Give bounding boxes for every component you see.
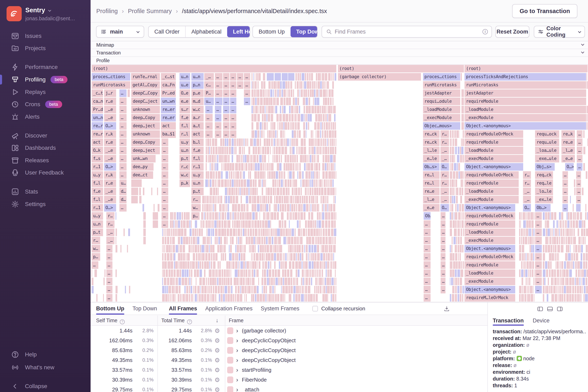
flame-cell[interactable] [298, 204, 301, 212]
flame-cell[interactable] [546, 270, 548, 277]
flame-cell[interactable] [293, 278, 294, 285]
flame-cell[interactable]: c… [204, 81, 214, 89]
flame-cell[interactable] [281, 212, 284, 220]
flame-cell[interactable]: (garbage collector) [338, 73, 421, 80]
flame-cell[interactable] [131, 180, 142, 187]
flame-cell[interactable] [575, 294, 576, 302]
flame-cell[interactable] [321, 188, 323, 195]
flame-cell[interactable] [311, 130, 312, 138]
flame-cell[interactable] [283, 228, 285, 236]
flame-cell[interactable] [212, 245, 215, 252]
flame-cell[interactable] [311, 171, 312, 179]
sidebar-item-projects[interactable]: Projects [0, 42, 91, 54]
flame-cell[interactable] [256, 270, 256, 277]
tab-bottom-up[interactable]: Bottom Up [96, 302, 124, 315]
flame-cell[interactable] [210, 294, 211, 302]
flame-cell[interactable] [219, 278, 221, 285]
flame-cell[interactable] [454, 228, 457, 236]
flame-cell[interactable] [586, 286, 588, 294]
flame-cell[interactable] [285, 253, 287, 261]
flame-cell[interactable] [557, 245, 560, 252]
flame-cell[interactable] [276, 138, 277, 146]
flame-cell[interactable] [227, 270, 229, 277]
flame-cell[interactable] [321, 245, 321, 252]
flame-cell[interactable] [234, 278, 236, 285]
flame-cell[interactable] [221, 253, 222, 261]
flame-cell[interactable] [115, 294, 117, 302]
flame-cell[interactable] [269, 98, 270, 105]
flame-cell[interactable] [519, 253, 521, 261]
flame-cell[interactable] [333, 163, 334, 171]
flame-cell[interactable] [250, 138, 253, 146]
flame-cell[interactable] [181, 220, 183, 228]
flame-cell[interactable] [579, 294, 580, 302]
flame-cell[interactable] [571, 237, 572, 244]
flame-cell[interactable] [173, 294, 175, 302]
flame-cell[interactable] [280, 122, 281, 130]
flame-cell[interactable] [226, 171, 228, 179]
flame-cell[interactable] [296, 245, 298, 252]
flame-cell[interactable] [568, 253, 571, 261]
flame-cell[interactable] [525, 212, 526, 220]
expand-chevron-icon[interactable]: › [236, 336, 238, 345]
flame-cell[interactable] [453, 171, 455, 179]
flame-cell[interactable] [295, 278, 296, 285]
flame-cell[interactable] [311, 212, 313, 220]
flame-cell[interactable] [235, 147, 237, 154]
flame-cell[interactable]: runTe…rnal [131, 73, 160, 80]
flame-cell[interactable] [272, 237, 273, 244]
flame-cell[interactable] [279, 114, 282, 122]
flame-cell[interactable] [303, 122, 305, 130]
table-row[interactable]: 29.75ms0.1%29.75ms0.1%⚙›_attach [91, 385, 487, 392]
flame-cell[interactable] [209, 237, 210, 244]
flame-cell[interactable] [234, 212, 237, 220]
flame-cell[interactable] [190, 228, 192, 236]
flame-cell[interactable] [334, 220, 336, 228]
flame-cell[interactable] [318, 204, 319, 212]
flame-cell[interactable] [327, 98, 329, 105]
flame-cell[interactable] [238, 188, 239, 195]
flame-cell[interactable] [462, 188, 463, 195]
flame-cell[interactable] [451, 204, 453, 212]
flame-cell[interactable] [206, 163, 207, 171]
flame-cell[interactable] [180, 270, 181, 277]
flame-cell[interactable] [303, 204, 306, 212]
flame-cell[interactable] [452, 237, 453, 244]
flame-cell[interactable] [316, 147, 317, 154]
flame-cell[interactable] [253, 73, 254, 80]
flame-cell[interactable] [246, 228, 247, 236]
flame-cell[interactable] [529, 253, 530, 261]
flame-cell[interactable] [172, 220, 173, 228]
flame-cell[interactable] [282, 106, 283, 113]
flame-cell[interactable]: … [215, 130, 221, 138]
flame-cell[interactable] [328, 228, 330, 236]
flame-cell[interactable] [183, 253, 185, 261]
gear-icon[interactable]: ⚙ [215, 345, 220, 355]
flame-cell[interactable] [287, 237, 288, 244]
flame-cell[interactable] [211, 294, 212, 302]
flame-cell[interactable]: … [237, 73, 243, 80]
flame-cell[interactable] [250, 270, 251, 277]
flame-cell[interactable] [566, 278, 569, 285]
flame-cell[interactable] [328, 204, 330, 212]
flame-cell[interactable] [297, 98, 299, 105]
flame-cell[interactable] [241, 204, 243, 212]
flame-cell[interactable] [230, 286, 230, 294]
flame-cell[interactable] [334, 278, 335, 285]
flame-cell[interactable] [283, 188, 285, 195]
flame-cell[interactable] [456, 171, 458, 179]
flame-cell[interactable] [225, 138, 226, 146]
flame-cell[interactable] [230, 245, 232, 252]
flame-cell[interactable] [587, 114, 588, 122]
flame-cell[interactable] [286, 163, 288, 171]
flame-cell[interactable] [312, 155, 314, 162]
flame-cell[interactable] [217, 196, 218, 203]
flame-cell[interactable] [143, 212, 146, 220]
flame-cell[interactable] [583, 237, 584, 244]
flame-cell[interactable]: requireModuleOrMock [465, 253, 515, 261]
flame-cell[interactable] [245, 261, 246, 269]
flame-cell[interactable]: _… [523, 188, 531, 195]
flame-cell[interactable]: r… [106, 212, 114, 220]
flame-cell[interactable] [163, 245, 164, 252]
flame-cell[interactable] [305, 270, 305, 277]
